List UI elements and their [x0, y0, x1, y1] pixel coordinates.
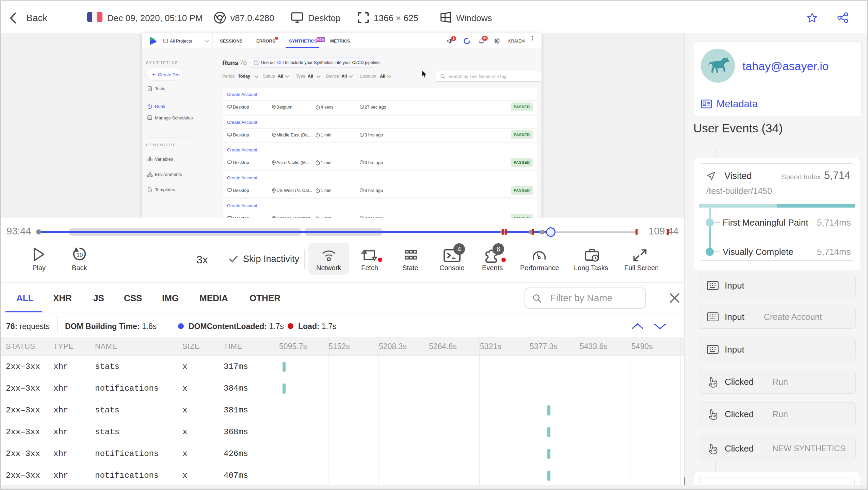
- svg-text:10: 10: [77, 252, 83, 258]
